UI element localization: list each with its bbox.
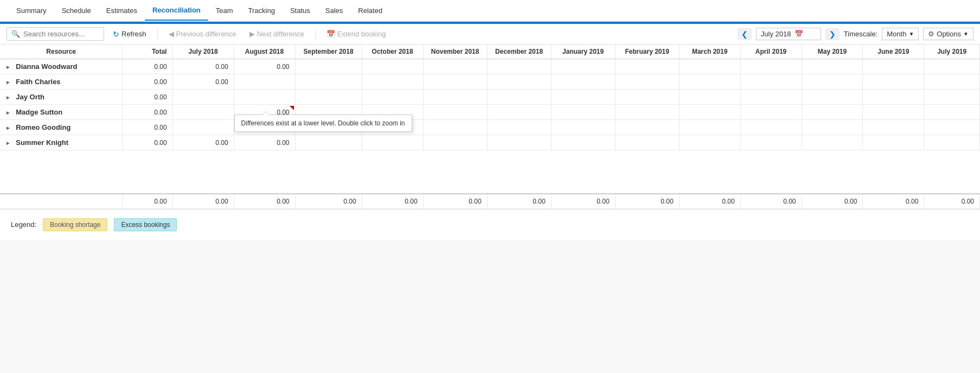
nav-estimates[interactable]: Estimates — [99, 1, 145, 20]
resource-name: Jay Orth — [16, 93, 44, 101]
empty-cell — [487, 135, 551, 150]
nav-tracking[interactable]: Tracking — [241, 1, 283, 20]
total-cell: 0.00 — [123, 135, 172, 150]
next-arrow-icon: ▶ — [249, 30, 255, 38]
extend-booking-label: Extend booking — [337, 30, 386, 38]
search-box[interactable]: 🔍 — [7, 27, 104, 41]
options-label: Options — [937, 30, 961, 38]
empty-cell — [679, 105, 740, 120]
footer-cell: 0.00 — [362, 194, 423, 209]
footer-resource-cell — [0, 194, 123, 209]
search-icon: 🔍 — [11, 30, 20, 38]
footer-cell: 0.00 — [172, 194, 234, 209]
footer-cell: 0.00 — [487, 194, 551, 209]
footer-cell: 0.00 — [423, 194, 487, 209]
next-diff-label: Next difference — [257, 30, 304, 38]
empty-cell — [487, 74, 551, 90]
empty-cell — [863, 135, 924, 150]
date-selector[interactable]: July 2018 📅 — [756, 28, 821, 40]
nav-related[interactable]: Related — [350, 1, 390, 20]
legend-excess-bookings: Excess bookings — [114, 218, 177, 231]
table-row: ► Summer Knight 0.00 0.00 0.00 — [0, 135, 980, 150]
empty-cell — [487, 90, 551, 105]
col-header-feb2019: February 2019 — [615, 45, 679, 59]
empty-cell — [423, 59, 487, 74]
refresh-icon: ↻ — [113, 30, 119, 39]
resource-table: Resource Total July 2018 August 2018 Sep… — [0, 45, 980, 209]
empty-cell — [740, 120, 802, 135]
empty-cell — [615, 90, 679, 105]
spacer-row — [0, 150, 980, 194]
empty-cell — [295, 135, 362, 150]
next-difference-button[interactable]: ▶ Next difference — [245, 28, 309, 40]
empty-cell — [863, 120, 924, 135]
expand-icon[interactable]: ► — [5, 94, 11, 100]
empty-cell — [551, 105, 615, 120]
expand-icon[interactable]: ► — [5, 140, 11, 146]
expand-icon[interactable]: ► — [5, 79, 11, 85]
timescale-dropdown[interactable]: Month ▼ — [882, 28, 919, 40]
empty-cell — [423, 90, 487, 105]
empty-cell — [740, 90, 802, 105]
col-header-aug2018: August 2018 — [234, 45, 295, 59]
nav-sales[interactable]: Sales — [318, 1, 351, 20]
legend-label: Legend: — [11, 220, 36, 229]
resource-name-cell: ► Faith Charles — [0, 74, 123, 90]
empty-cell — [679, 74, 740, 90]
date-next-button[interactable]: ❯ — [825, 28, 840, 40]
table-row: ► Jay Orth 0.00 Differences exist at a l… — [0, 90, 980, 105]
empty-cell — [924, 59, 980, 74]
total-cell: 0.00 — [123, 120, 172, 135]
col-header-jun2019: June 2019 — [863, 45, 924, 59]
empty-cell — [863, 90, 924, 105]
empty-cell — [172, 120, 234, 135]
table-header-row: Resource Total July 2018 August 2018 Sep… — [0, 45, 980, 59]
search-input[interactable] — [23, 30, 99, 38]
empty-cell — [740, 105, 802, 120]
nav-team[interactable]: Team — [208, 1, 241, 20]
tooltip-text: Differences exist at a lower level. Doub… — [241, 119, 405, 127]
footer-cell: 0.00 — [679, 194, 740, 209]
footer-cell: 0.00 — [863, 194, 924, 209]
empty-cell — [924, 120, 980, 135]
empty-cell — [487, 105, 551, 120]
empty-cell — [863, 74, 924, 90]
nav-schedule[interactable]: Schedule — [54, 1, 99, 20]
expand-icon[interactable]: ► — [5, 125, 11, 131]
tooltip-cell: Differences exist at a lower level. Doub… — [234, 90, 295, 105]
refresh-button[interactable]: ↻ Refresh — [108, 28, 151, 41]
extend-booking-button[interactable]: 📅 Extend booking — [322, 28, 390, 40]
empty-cell — [234, 74, 295, 90]
footer-row: 0.00 0.00 0.00 0.00 0.00 0.00 0.00 0.00 … — [0, 194, 980, 209]
footer-cell: 0.00 — [234, 194, 295, 209]
resource-name: Romeo Gooding — [16, 123, 71, 131]
toolbar-right: ❮ July 2018 📅 ❯ Timescale: Month ▼ ⚙ Opt… — [738, 28, 973, 40]
date-prev-button[interactable]: ❮ — [738, 28, 752, 40]
nav-status[interactable]: Status — [283, 1, 318, 20]
empty-cell — [362, 135, 423, 150]
empty-cell — [551, 120, 615, 135]
empty-cell — [423, 135, 487, 150]
calendar-icon: 📅 — [795, 30, 803, 38]
expand-icon[interactable]: ► — [5, 110, 11, 116]
empty-cell — [295, 59, 362, 74]
prev-diff-label: Previous difference — [176, 30, 236, 38]
nav-reconciliation[interactable]: Reconciliation — [145, 1, 208, 21]
prev-difference-button[interactable]: ◀ Previous difference — [164, 28, 241, 40]
empty-cell — [551, 90, 615, 105]
tooltip-box: Differences exist at a lower level. Doub… — [234, 115, 412, 132]
expand-icon[interactable]: ► — [5, 64, 11, 70]
col-header-mar2019: March 2019 — [679, 45, 740, 59]
empty-cell — [802, 105, 863, 120]
value-cell: 0.00 — [172, 135, 234, 150]
empty-cell — [679, 135, 740, 150]
col-header-dec2018: December 2018 — [487, 45, 551, 59]
empty-cell — [172, 105, 234, 120]
options-button[interactable]: ⚙ Options ▼ — [923, 28, 973, 40]
resource-name-cell: ► Jay Orth — [0, 90, 123, 105]
footer-cell: 0.00 — [615, 194, 679, 209]
options-chevron-icon: ▼ — [963, 31, 969, 37]
extend-icon: 📅 — [326, 30, 335, 38]
empty-cell — [551, 74, 615, 90]
nav-summary[interactable]: Summary — [9, 1, 54, 20]
